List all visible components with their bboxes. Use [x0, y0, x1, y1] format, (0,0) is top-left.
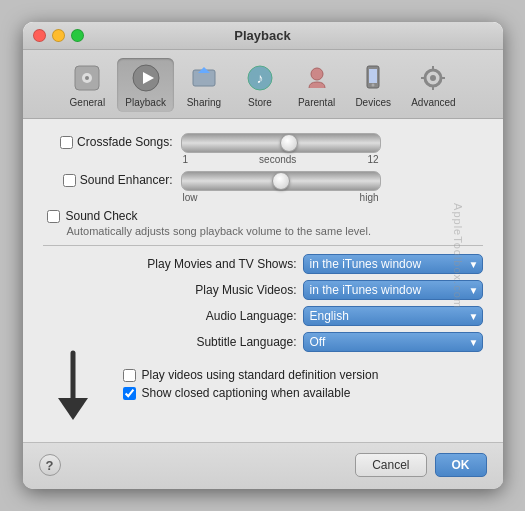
svg-point-2	[85, 76, 89, 80]
sound-check-section: Sound Check Automatically adjusts song p…	[47, 209, 483, 237]
store-label: Store	[248, 97, 272, 108]
minimize-button[interactable]	[52, 29, 65, 42]
playback-icon	[130, 62, 162, 94]
sharing-label: Sharing	[187, 97, 221, 108]
play-movies-select-wrapper: in the iTunes window on the desktop full…	[303, 254, 483, 274]
standard-def-row: Play videos using standard definition ve…	[123, 368, 379, 382]
playback-label: Playback	[125, 97, 166, 108]
close-button[interactable]	[33, 29, 46, 42]
closed-captioning-checkbox[interactable]	[123, 387, 136, 400]
sound-check-checkbox[interactable]	[47, 210, 60, 223]
crossfade-label: Crossfade Songs:	[77, 135, 172, 149]
sound-check-label: Sound Check	[66, 209, 138, 223]
devices-icon	[357, 62, 389, 94]
play-movies-select[interactable]: in the iTunes window on the desktop full…	[303, 254, 483, 274]
sound-check-description: Automatically adjusts song playback volu…	[67, 225, 483, 237]
subtitle-language-row: Subtitle Language: Off English French ▼	[43, 332, 483, 352]
crossfade-checkbox[interactable]	[60, 136, 73, 149]
help-button[interactable]: ?	[39, 454, 61, 476]
svg-marker-20	[58, 398, 88, 420]
ok-button[interactable]: OK	[435, 453, 487, 477]
bottom-bar: ? Cancel OK	[23, 442, 503, 489]
store-icon: ♪	[244, 62, 276, 94]
settings-content: Crossfade Songs: 1 seconds 12 Sound Enha…	[23, 119, 503, 442]
toolbar-item-advanced[interactable]: Advanced	[403, 58, 463, 112]
crossfade-unit: seconds	[259, 154, 296, 165]
svg-text:♪: ♪	[256, 70, 263, 86]
advanced-icon	[417, 62, 449, 94]
arrow-checkbox-section: Play videos using standard definition ve…	[43, 358, 483, 428]
crossfade-row: Crossfade Songs: 1 seconds 12	[43, 133, 483, 165]
audio-language-row: Audio Language: English French Spanish G…	[43, 306, 483, 326]
sound-enhancer-row: Sound Enhancer: low high	[43, 171, 483, 203]
play-movies-row: Play Movies and TV Shows: in the iTunes …	[43, 254, 483, 274]
audio-language-select-wrapper: English French Spanish German ▼	[303, 306, 483, 326]
play-movies-label: Play Movies and TV Shows:	[147, 257, 296, 271]
cancel-button[interactable]: Cancel	[355, 453, 426, 477]
sound-enhancer-label: Sound Enhancer:	[80, 173, 173, 187]
subtitle-language-label: Subtitle Language:	[196, 335, 296, 349]
crossfade-min: 1	[183, 154, 189, 165]
closed-captioning-row: Show closed captioning when available	[123, 386, 379, 400]
window-title: Playback	[234, 28, 290, 43]
general-label: General	[70, 97, 106, 108]
toolbar-item-sharing[interactable]: Sharing	[178, 58, 230, 112]
sound-enhancer-slider[interactable]	[181, 171, 381, 191]
parental-icon	[301, 62, 333, 94]
svg-rect-11	[369, 69, 377, 83]
sound-enhancer-checkbox[interactable]	[63, 174, 76, 187]
toolbar-item-store[interactable]: ♪ Store	[234, 58, 286, 112]
window-controls	[33, 29, 84, 42]
general-icon	[71, 62, 103, 94]
toolbar-item-devices[interactable]: Devices	[347, 58, 399, 112]
crossfade-slider[interactable]	[181, 133, 381, 153]
crossfade-max: 12	[367, 154, 378, 165]
svg-point-9	[311, 68, 323, 80]
svg-point-12	[372, 84, 375, 87]
play-music-videos-label: Play Music Videos:	[195, 283, 296, 297]
toolbar: General Playback Sharing	[23, 50, 503, 119]
audio-language-label: Audio Language:	[206, 309, 297, 323]
svg-point-14	[430, 75, 436, 81]
toolbar-item-parental[interactable]: Parental	[290, 58, 343, 112]
toolbar-item-general[interactable]: General	[61, 58, 113, 112]
standard-def-checkbox[interactable]	[123, 369, 136, 382]
advanced-label: Advanced	[411, 97, 455, 108]
sound-enhancer-max: high	[360, 192, 379, 203]
action-buttons: Cancel OK	[355, 453, 486, 477]
devices-label: Devices	[355, 97, 391, 108]
closed-captioning-label: Show closed captioning when available	[142, 386, 351, 400]
sound-enhancer-min: low	[183, 192, 198, 203]
standard-def-label: Play videos using standard definition ve…	[142, 368, 379, 382]
sharing-icon	[188, 62, 220, 94]
play-music-videos-row: Play Music Videos: in the iTunes window …	[43, 280, 483, 300]
play-music-videos-select-wrapper: in the iTunes window on the desktop full…	[303, 280, 483, 300]
audio-language-select[interactable]: English French Spanish German	[303, 306, 483, 326]
subtitle-language-select-wrapper: Off English French ▼	[303, 332, 483, 352]
parental-label: Parental	[298, 97, 335, 108]
toolbar-item-playback[interactable]: Playback	[117, 58, 174, 112]
subtitle-language-select[interactable]: Off English French	[303, 332, 483, 352]
sound-check-row: Sound Check	[47, 209, 483, 223]
preferences-window: Playback General Playback	[23, 22, 503, 489]
down-arrow-icon	[48, 348, 98, 428]
maximize-button[interactable]	[71, 29, 84, 42]
section-divider	[43, 245, 483, 246]
title-bar: Playback	[23, 22, 503, 50]
play-music-videos-select[interactable]: in the iTunes window on the desktop full…	[303, 280, 483, 300]
video-options: Play videos using standard definition ve…	[123, 368, 379, 404]
